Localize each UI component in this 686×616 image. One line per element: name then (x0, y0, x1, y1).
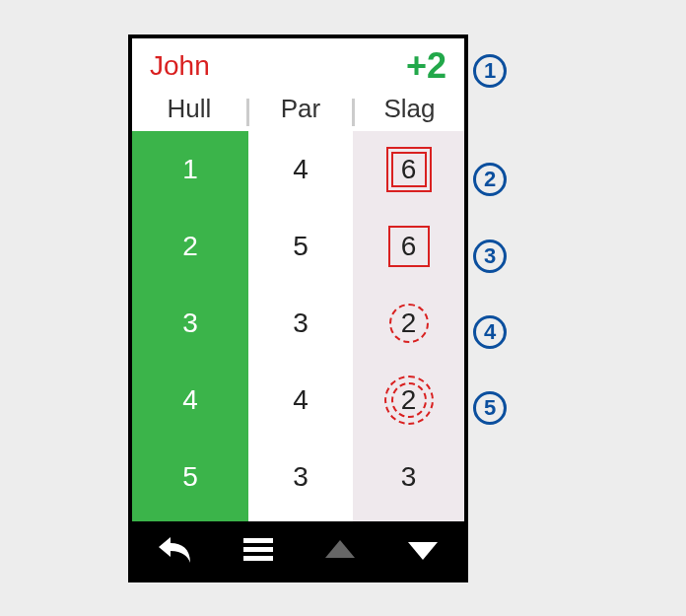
slag-value: 2 (401, 384, 417, 416)
hull-column: 1 2 3 4 5 (132, 131, 248, 521)
par-cell: 3 (248, 439, 353, 515)
callout-label: 1 (473, 54, 507, 88)
callout-label: 4 (473, 315, 507, 349)
double-square-marker: 6 (386, 147, 432, 192)
svg-marker-3 (325, 540, 355, 558)
par-cell: 3 (248, 285, 353, 362)
svg-marker-4 (408, 542, 438, 560)
slag-cell[interactable]: 6 (353, 208, 464, 285)
slag-value: 6 (401, 154, 417, 185)
column-header-par: Par (249, 94, 352, 124)
bottom-nav-bar (132, 521, 464, 579)
hull-cell: 5 (132, 439, 248, 515)
scroll-down-button[interactable] (406, 538, 440, 562)
svg-rect-2 (243, 556, 273, 561)
scorecard-body: 1 2 3 4 5 4 5 3 4 3 6 6 (132, 131, 464, 521)
slag-value: 2 (401, 308, 417, 339)
player-name: John (150, 50, 210, 82)
par-cell: 4 (248, 362, 353, 439)
slag-cell[interactable]: 2 (353, 362, 464, 439)
columns-header: Hull Par Slag (132, 88, 464, 131)
scroll-up-button[interactable] (323, 538, 357, 562)
double-dashed-circle-marker: 2 (384, 376, 434, 425)
hull-cell: 2 (132, 208, 248, 285)
par-column: 4 5 3 4 3 (248, 131, 353, 521)
back-button[interactable] (157, 535, 192, 565)
callout-label: 2 (473, 163, 507, 196)
slag-cell[interactable]: 6 (353, 131, 464, 208)
column-header-slag: Slag (355, 94, 464, 124)
par-cell: 4 (248, 131, 353, 208)
single-square-marker: 6 (388, 226, 430, 267)
hull-cell: 1 (132, 131, 248, 208)
scorecard-header: John +2 (132, 38, 464, 88)
menu-button[interactable] (241, 536, 275, 564)
hull-cell: 3 (132, 285, 248, 362)
callout-label: 5 (473, 391, 507, 425)
callout-label: 3 (473, 240, 507, 273)
slag-cell[interactable]: 2 (353, 285, 464, 362)
svg-rect-0 (243, 538, 273, 543)
slag-column: 6 6 2 2 3 (353, 131, 464, 521)
par-cell: 5 (248, 208, 353, 285)
column-header-hull: Hull (132, 94, 246, 124)
slag-cell[interactable]: 3 (353, 439, 464, 515)
device-screen: John +2 Hull Par Slag 1 2 3 4 5 4 5 3 4 … (128, 34, 468, 582)
hull-cell: 4 (132, 362, 248, 439)
slag-value: 6 (401, 231, 417, 262)
dashed-circle-marker: 2 (389, 304, 429, 343)
score-diff: +2 (406, 45, 446, 87)
slag-value: 3 (401, 461, 417, 493)
svg-rect-1 (243, 547, 273, 552)
